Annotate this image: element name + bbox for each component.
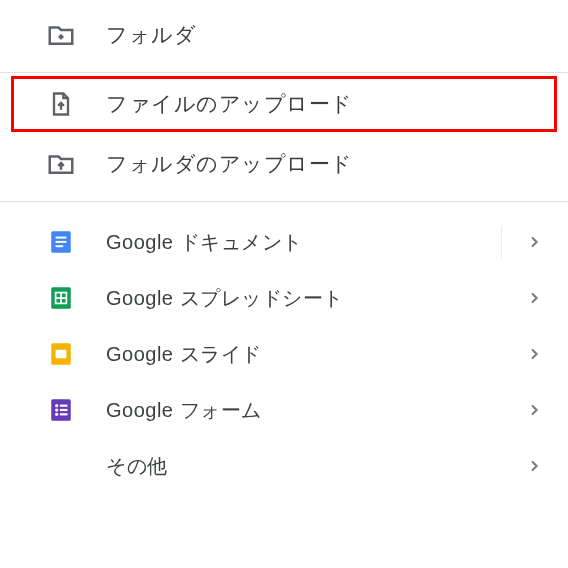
menu-item-google-sheets[interactable]: Google スプレッドシート <box>0 270 568 326</box>
folder-plus-icon <box>44 18 78 52</box>
slides-icon <box>44 337 78 371</box>
new-menu: フォルダ ファイルのアップロード フォルダのアップロード <box>0 0 568 494</box>
menu-item-google-forms[interactable]: Google フォーム <box>0 382 568 438</box>
svg-point-15 <box>55 408 58 411</box>
svg-point-13 <box>55 404 58 407</box>
chevron-right-icon <box>526 402 542 418</box>
chevron-right-icon <box>526 234 542 250</box>
menu-label: Google スライド <box>106 341 262 368</box>
menu-item-google-slides[interactable]: Google スライド <box>0 326 568 382</box>
divider <box>0 72 568 73</box>
menu-item-google-docs[interactable]: Google ドキュメント <box>0 214 568 270</box>
menu-item-other[interactable]: その他 <box>0 438 568 494</box>
svg-rect-14 <box>60 405 68 407</box>
svg-rect-18 <box>60 413 68 415</box>
menu-label: Google ドキュメント <box>106 229 303 256</box>
menu-label: その他 <box>106 453 168 480</box>
menu-item-file-upload[interactable]: ファイルのアップロード <box>12 77 556 131</box>
menu-label: ファイルのアップロード <box>106 90 353 118</box>
divider <box>0 201 568 202</box>
menu-item-folder-upload[interactable]: フォルダのアップロード <box>0 135 568 193</box>
chevron-right-icon <box>526 290 542 306</box>
forms-icon <box>44 393 78 427</box>
folder-upload-icon <box>44 147 78 181</box>
svg-rect-11 <box>56 350 67 359</box>
menu-label: Google フォーム <box>106 397 262 424</box>
menu-label: フォルダ <box>106 21 196 49</box>
docs-icon <box>44 225 78 259</box>
menu-item-new-folder[interactable]: フォルダ <box>0 6 568 64</box>
svg-rect-4 <box>56 241 67 243</box>
svg-rect-16 <box>60 409 68 411</box>
svg-rect-5 <box>56 245 64 247</box>
svg-point-17 <box>55 413 58 416</box>
svg-rect-3 <box>56 237 67 239</box>
sheets-icon <box>44 281 78 315</box>
menu-label: フォルダのアップロード <box>106 150 353 178</box>
menu-label: Google スプレッドシート <box>106 285 344 312</box>
separator <box>501 226 502 258</box>
file-upload-icon <box>44 87 78 121</box>
chevron-right-icon <box>526 346 542 362</box>
chevron-right-icon <box>526 458 542 474</box>
